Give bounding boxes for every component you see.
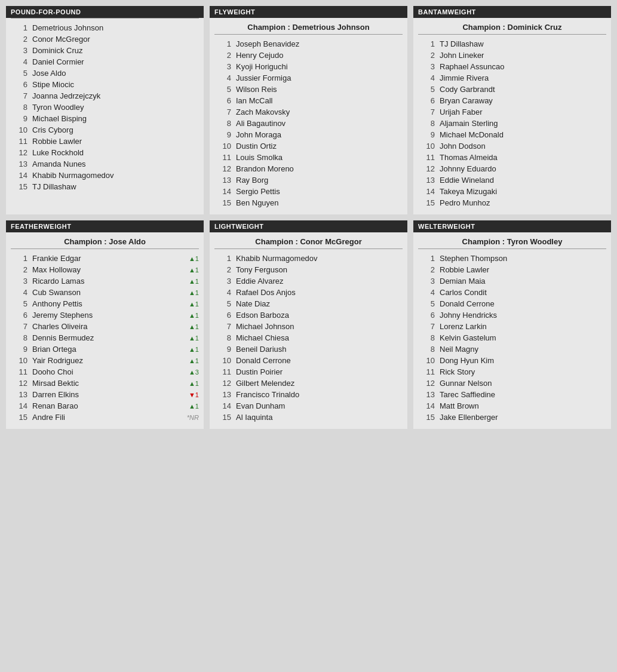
list-item: 8Kelvin Gastelum xyxy=(418,332,606,343)
list-item: 7Lorenz Larkin xyxy=(418,321,606,332)
list-item: 14Sergio Pettis xyxy=(214,186,403,197)
list-item: 15Ben Nguyen xyxy=(214,197,403,208)
list-item: 1TJ Dillashaw xyxy=(418,38,606,50)
list-item: 13Ray Borg xyxy=(214,174,403,186)
list-item: 12Johnny Eduardo xyxy=(418,163,606,174)
pound-for-pound-header: POUND-FOR-POUND xyxy=(6,6,204,18)
list-item: 13Darren Elkins▼1 xyxy=(11,389,199,400)
list-item: 2Max Holloway▲1 xyxy=(11,264,199,275)
featherweight-list: 1Frankie Edgar▲1 2Max Holloway▲1 3Ricard… xyxy=(6,253,204,423)
list-item: 1Joseph Benavidez xyxy=(214,38,403,50)
list-item: 9Michael Bisping xyxy=(11,113,199,124)
lightweight-list: 1Khabib Nurmagomedov 2Tony Ferguson 3Edd… xyxy=(210,253,407,423)
welterweight-champion: Champion : Tyron Woodley xyxy=(413,232,611,248)
list-item: 3Kyoji Horiguchi xyxy=(214,61,403,72)
list-item: 15Al Iaquinta xyxy=(214,412,403,423)
list-item: 11Thomas Almeida xyxy=(418,152,606,163)
list-item: 4Jussier Formiga xyxy=(214,72,403,84)
list-item: 12Brandon Moreno xyxy=(214,163,403,174)
list-item: 5Jose Aldo xyxy=(11,67,199,79)
list-item: 3Demian Maia xyxy=(418,275,606,287)
flyweight-header: FLYWEIGHT xyxy=(210,6,407,18)
list-item: 2John Lineker xyxy=(418,50,606,61)
list-item: 3Ricardo Lamas▲1 xyxy=(11,275,199,287)
welterweight-header: WELTERWEIGHT xyxy=(413,220,611,232)
list-item: 8Tyron Woodley xyxy=(11,102,199,113)
list-item: 11Robbie Lawler xyxy=(11,136,199,147)
list-item: 15Jake Ellenberger xyxy=(418,412,606,423)
list-item: 14Takeya Mizugaki xyxy=(418,186,606,197)
list-item: 6Johny Hendricks xyxy=(418,309,606,321)
list-item: 3Raphael Assuncao xyxy=(418,61,606,72)
list-item: 6Stipe Miocic xyxy=(11,79,199,90)
lightweight-section: LIGHTWEIGHT Champion : Conor McGregor 1K… xyxy=(210,220,407,429)
list-item: 5Anthony Pettis▲1 xyxy=(11,298,199,309)
list-item: 10John Dodson xyxy=(418,140,606,152)
bantamweight-header: BANTAMWEIGHT xyxy=(413,6,611,18)
list-item: 6Jeremy Stephens▲1 xyxy=(11,309,199,321)
list-item: 12Luke Rockhold xyxy=(11,147,199,158)
list-item: 7Joanna Jedrzejczyk xyxy=(11,90,199,102)
list-item: 6Edson Barboza xyxy=(214,309,403,321)
list-item: 8Neil Magny xyxy=(418,343,606,355)
list-item: 1Frankie Edgar▲1 xyxy=(11,253,199,264)
list-item: 9Michael McDonald xyxy=(418,129,606,140)
list-item: 9Beneil Dariush xyxy=(214,343,403,355)
welterweight-list: 1Stephen Thompson 2Robbie Lawler 3Demian… xyxy=(413,253,611,423)
list-item: 11Rick Story xyxy=(418,366,606,378)
bantamweight-champion: Champion : Dominick Cruz xyxy=(413,18,611,34)
list-item: 5Cody Garbrandt xyxy=(418,84,606,95)
list-item: 4Jimmie Rivera xyxy=(418,72,606,84)
list-item: 4Rafael Dos Anjos xyxy=(214,287,403,298)
list-item: 13Amanda Nunes xyxy=(11,158,199,170)
list-item: 13Tarec Saffiedine xyxy=(418,389,606,400)
list-item: 2Conor McGregor xyxy=(11,33,199,45)
list-item: 15TJ Dillashaw xyxy=(11,181,199,192)
list-item: 14Renan Barao▲1 xyxy=(11,400,199,412)
list-item: 5Wilson Reis xyxy=(214,84,403,95)
list-item: 12Mirsad Bektic▲1 xyxy=(11,378,199,389)
list-item: 10Donald Cerrone xyxy=(214,355,403,366)
list-item: 8Michael Chiesa xyxy=(214,332,403,343)
list-item: 1Khabib Nurmagomedov xyxy=(214,253,403,264)
list-item: 1Demetrious Johnson xyxy=(11,22,199,33)
list-item: 7Charles Oliveira▲1 xyxy=(11,321,199,332)
pound-for-pound-section: POUND-FOR-POUND 1Demetrious Johnson 2Con… xyxy=(6,6,204,214)
list-item: 6Bryan Caraway xyxy=(418,95,606,106)
list-item: 9John Moraga xyxy=(214,129,403,140)
featherweight-header: FEATHERWEIGHT xyxy=(6,220,204,232)
list-item: 10Dong Hyun Kim xyxy=(418,355,606,366)
bantamweight-list: 1TJ Dillashaw 2John Lineker 3Raphael Ass… xyxy=(413,38,611,208)
list-item: 15Andre Fili*NR xyxy=(11,412,199,423)
lightweight-header: LIGHTWEIGHT xyxy=(210,220,407,232)
lightweight-champion: Champion : Conor McGregor xyxy=(210,232,407,248)
flyweight-champion: Champion : Demetrious Johnson xyxy=(210,18,407,34)
list-item: 4Cub Swanson▲1 xyxy=(11,287,199,298)
list-item: 10Cris Cyborg xyxy=(11,124,199,136)
list-item: 11Louis Smolka xyxy=(214,152,403,163)
list-item: 3Dominick Cruz xyxy=(11,45,199,56)
list-item: 3Eddie Alvarez xyxy=(214,275,403,287)
list-item: 12Gunnar Nelson xyxy=(418,378,606,389)
list-item: 13Francisco Trinaldo xyxy=(214,389,403,400)
bantamweight-section: BANTAMWEIGHT Champion : Dominick Cruz 1T… xyxy=(413,6,611,214)
list-item: 15Pedro Munhoz xyxy=(418,197,606,208)
list-item: 4Daniel Cormier xyxy=(11,56,199,67)
list-item: 8Dennis Bermudez▲1 xyxy=(11,332,199,343)
list-item: 1Stephen Thompson xyxy=(418,253,606,264)
list-item: 8Ali Bagautinov xyxy=(214,118,403,129)
list-item: 6Ian McCall xyxy=(214,95,403,106)
list-item: 2Tony Ferguson xyxy=(214,264,403,275)
welterweight-section: WELTERWEIGHT Champion : Tyron Woodley 1S… xyxy=(413,220,611,429)
list-item: 7Urijah Faber xyxy=(418,106,606,118)
list-item: 2Henry Cejudo xyxy=(214,50,403,61)
list-item: 2Robbie Lawler xyxy=(418,264,606,275)
flyweight-section: FLYWEIGHT Champion : Demetrious Johnson … xyxy=(210,6,407,214)
list-item: 5Donald Cerrone xyxy=(418,298,606,309)
list-item: 5Nate Diaz xyxy=(214,298,403,309)
list-item: 14Khabib Nurmagomedov xyxy=(11,170,199,181)
list-item: 14Evan Dunham xyxy=(214,400,403,412)
list-item: 13Eddie Wineland xyxy=(418,174,606,186)
list-item: 12Gilbert Melendez xyxy=(214,378,403,389)
list-item: 7Zach Makovsky xyxy=(214,106,403,118)
